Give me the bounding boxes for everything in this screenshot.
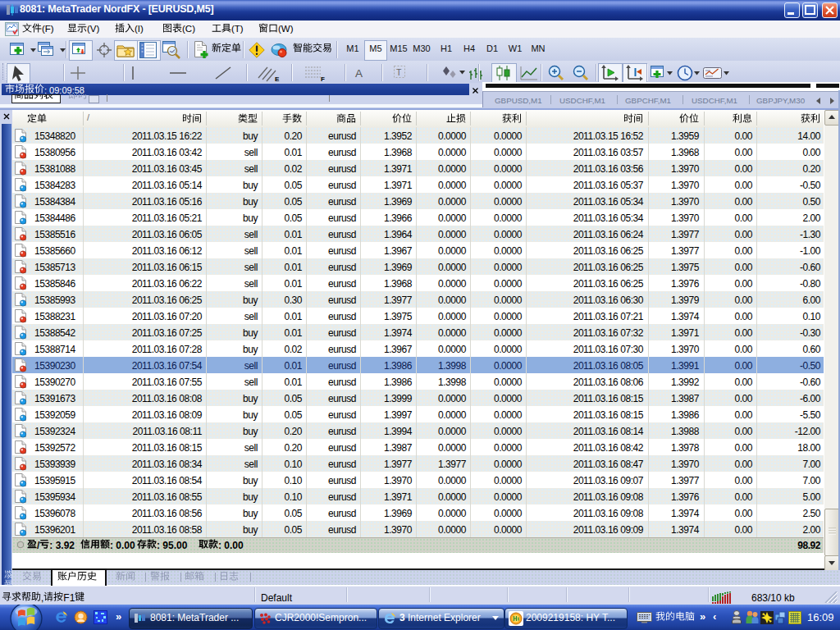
svg-text:F: F — [321, 75, 325, 82]
svg-text:T: T — [396, 67, 402, 77]
svg-text:E: E — [275, 75, 280, 82]
svg-text:A: A — [355, 67, 363, 80]
